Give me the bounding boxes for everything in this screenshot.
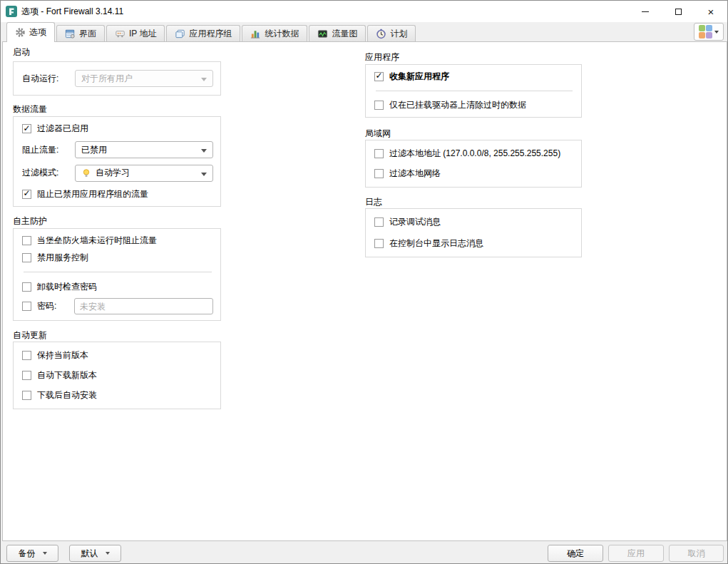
chevron-down-icon (201, 173, 207, 176)
cancel-button-label: 取消 (688, 548, 705, 560)
password-input[interactable] (74, 298, 213, 314)
group-auto-update: 保持当前版本 自动下载新版本 下载后自动安装 (13, 342, 221, 409)
group-lan: 过滤本地地址 (127.0.0.0/8, 255.255.255.255) 过滤… (365, 140, 582, 188)
block-disabled-groups-label: 阻止已禁用应用程序组的流量 (37, 188, 148, 200)
close-icon: × (708, 6, 714, 17)
defaults-button-label: 默认 (81, 548, 98, 560)
block-disabled-groups-row[interactable]: 阻止已禁用应用程序组的流量 (22, 188, 213, 200)
apply-button[interactable]: 应用 (608, 545, 664, 562)
tab-schedule[interactable]: 计划 (367, 25, 416, 41)
separator (24, 272, 212, 272)
chevron-down-icon (201, 149, 207, 153)
filter-mode-value: 自动学习 (96, 167, 130, 179)
ok-button[interactable]: 确定 (548, 545, 603, 562)
footer-bar: 备份 默认 确定 应用 取消 (1, 540, 727, 563)
check-password-uninstall-checkbox[interactable] (22, 282, 31, 292)
keep-current-row[interactable]: 保持当前版本 (22, 349, 213, 362)
console-messages-checkbox[interactable] (374, 239, 384, 248)
section-title-startup: 启动 (13, 46, 30, 58)
app-group-icon (175, 29, 185, 39)
debug-messages-row[interactable]: 记录调试消息 (374, 216, 574, 228)
section-title-logs: 日志 (365, 196, 382, 208)
lightbulb-icon (81, 168, 91, 178)
collect-new-row[interactable]: 收集新应用程序 (374, 71, 574, 83)
filter-local-networks-row[interactable]: 过滤本地网络 (374, 168, 574, 180)
keep-current-checkbox[interactable] (22, 351, 31, 360)
auto-download-row[interactable]: 自动下载新版本 (22, 369, 213, 381)
gear-icon (15, 27, 26, 38)
window-controls: × (629, 1, 727, 22)
group-logs: 记录调试消息 在控制台中显示日志消息 (365, 208, 582, 257)
tab-label: 流量图 (332, 28, 357, 40)
purge-on-mounted-row[interactable]: 仅在已挂载驱动器上清除过时的数据 (374, 99, 574, 111)
filter-enabled-label: 过滤器已启用 (37, 123, 88, 135)
cancel-button[interactable]: 取消 (669, 545, 724, 562)
section-title-self-protection: 自主防护 (13, 215, 47, 227)
collect-new-label: 收集新应用程序 (389, 71, 449, 83)
disable-service-control-checkbox[interactable] (22, 253, 31, 262)
block-when-not-running-row[interactable]: 当堡垒防火墙未运行时阻止流量 (22, 235, 213, 247)
group-startup: 自动运行: 对于所有用户 (13, 61, 221, 96)
install-after-download-checkbox[interactable] (22, 391, 31, 400)
filter-local-addresses-row[interactable]: 过滤本地地址 (127.0.0.0/8, 255.255.255.255) (374, 148, 574, 160)
group-traffic: 过滤器已启用 阻止流量: 已禁用 过滤模式: 自动学习 (13, 116, 221, 207)
minimize-icon (642, 11, 649, 12)
filter-local-networks-checkbox[interactable] (374, 169, 384, 178)
statistics-icon (250, 29, 261, 39)
autorun-value: 对于所有用户 (81, 73, 133, 85)
filter-enabled-row[interactable]: 过滤器已启用 (22, 123, 213, 135)
tab-ip-addresses[interactable]: IP 地址 (106, 25, 165, 41)
maximize-button[interactable] (662, 1, 694, 22)
block-traffic-value: 已禁用 (81, 144, 107, 156)
block-when-not-running-checkbox[interactable] (22, 236, 31, 245)
filter-local-addresses-checkbox[interactable] (374, 149, 384, 158)
debug-messages-label: 记录调试消息 (389, 216, 441, 228)
backup-button-label: 备份 (19, 548, 36, 560)
tab-options[interactable]: 选项 (6, 22, 55, 42)
block-disabled-groups-checkbox[interactable] (22, 190, 31, 199)
filter-mode-label: 过滤模式: (22, 167, 69, 179)
tab-statistics[interactable]: 统计数据 (242, 25, 307, 41)
block-traffic-combobox[interactable]: 已禁用 (75, 141, 213, 158)
backup-button[interactable]: 备份 (6, 545, 58, 562)
check-password-uninstall-row[interactable]: 卸载时检查密码 (22, 281, 213, 293)
fort-firewall-icon (6, 6, 17, 17)
filter-local-addresses-label: 过滤本地地址 (127.0.0.0/8, 255.255.255.255) (389, 148, 560, 160)
chevron-down-icon (43, 552, 47, 555)
section-title-traffic: 数据流量 (13, 103, 47, 116)
chevron-down-icon (201, 78, 207, 81)
collect-new-checkbox[interactable] (374, 72, 384, 81)
tab-traffic-graph[interactable]: 流量图 (309, 25, 366, 41)
window-title: 选项 - Fort Firewall 3.14.11 (21, 6, 123, 18)
tab-label: 统计数据 (265, 28, 299, 40)
tab-label: IP 地址 (129, 28, 156, 40)
purge-on-mounted-checkbox[interactable] (374, 101, 384, 110)
options-window: 选项 - Fort Firewall 3.14.11 × 选项 界面 (0, 0, 728, 564)
password-checkbox[interactable] (22, 302, 31, 311)
autorun-combobox[interactable]: 对于所有用户 (75, 70, 213, 87)
filter-mode-combobox[interactable]: 自动学习 (75, 165, 213, 182)
auto-download-checkbox[interactable] (22, 371, 31, 380)
apply-button-label: 应用 (627, 548, 645, 560)
install-after-download-row[interactable]: 下载后自动安装 (22, 389, 213, 401)
tab-app-groups[interactable]: 应用程序组 (166, 25, 240, 41)
auto-download-label: 自动下载新版本 (37, 369, 97, 381)
disable-service-control-row[interactable]: 禁用服务控制 (22, 252, 213, 264)
filter-enabled-checkbox[interactable] (22, 124, 31, 133)
debug-messages-checkbox[interactable] (374, 217, 384, 227)
tab-bar: 选项 界面 IP 地址 应用程序组 (1, 22, 727, 41)
console-messages-label: 在控制台中显示日志消息 (389, 237, 483, 250)
section-title-auto-update: 自动更新 (13, 329, 47, 342)
close-button[interactable]: × (694, 1, 727, 22)
autorun-row: 自动运行: 对于所有用户 (22, 70, 213, 87)
tab-interface[interactable]: 界面 (56, 25, 105, 41)
defaults-button[interactable]: 默认 (69, 545, 121, 562)
schedule-icon (376, 29, 386, 39)
minimize-button[interactable] (629, 1, 662, 22)
password-label: 密码: (37, 300, 68, 312)
filter-mode-row: 过滤模式: 自动学习 (22, 165, 213, 182)
keep-current-label: 保持当前版本 (37, 349, 88, 362)
chevron-down-icon (106, 552, 110, 555)
style-menu-button[interactable] (694, 23, 724, 41)
console-messages-row[interactable]: 在控制台中显示日志消息 (374, 237, 574, 250)
